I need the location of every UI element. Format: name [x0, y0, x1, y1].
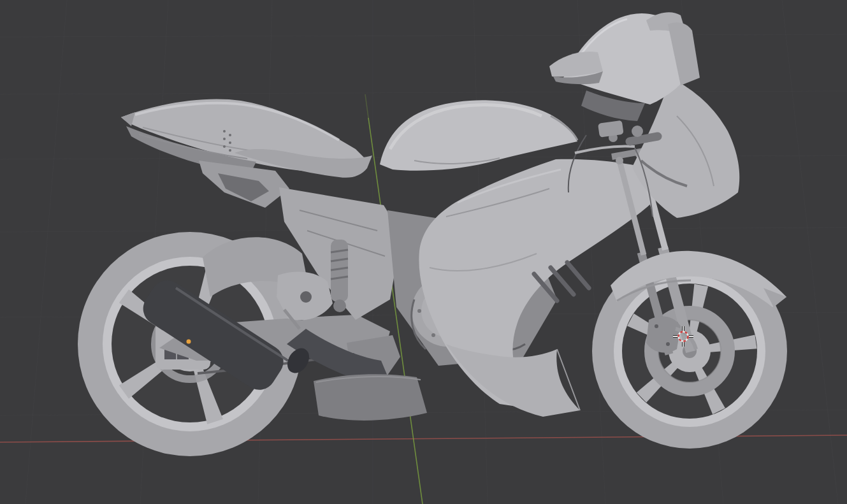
object-origin-dot: [187, 340, 191, 344]
3d-viewport[interactable]: [0, 0, 847, 504]
